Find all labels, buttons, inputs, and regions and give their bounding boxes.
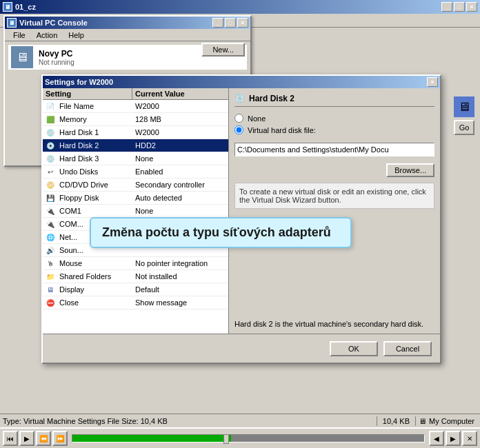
row-value-floppy: Auto detected: [132, 193, 228, 203]
settings-close-btn[interactable]: ×: [427, 77, 438, 87]
row-name-memory: Memory: [58, 114, 132, 124]
memory-icon: 🟩: [44, 113, 57, 125]
settings-footer: OK Cancel: [43, 334, 440, 363]
com2-icon: 🔌: [44, 218, 57, 230]
mouse-icon: 🖱: [44, 257, 57, 269]
hd3-icon: 💿: [44, 152, 57, 165]
toolbar-rewind[interactable]: ⏪: [36, 431, 51, 446]
vpc-menu-file[interactable]: File: [8, 30, 31, 41]
row-name-com1: COM1: [58, 206, 132, 216]
settings-row-close[interactable]: ⛔ Close Show message: [43, 296, 228, 309]
radio-none[interactable]: [234, 114, 243, 123]
vm-status: Not running: [39, 59, 244, 66]
hd1-icon: 💿: [44, 126, 57, 139]
cancel-button[interactable]: Cancel: [383, 341, 432, 356]
row-value-hd2: HDD2: [132, 141, 228, 150]
radio-vhd-label: Virtual hard disk file:: [248, 126, 316, 134]
close-button[interactable]: ×: [466, 2, 477, 12]
settings-row-hd1[interactable]: 💿 Hard Disk 1 W2000: [43, 126, 228, 139]
row-name-close: Close: [58, 298, 132, 307]
outer-titlebar: 🖥 01_cz _ □ ×: [0, 0, 480, 14]
computer-icon: 🖥: [419, 417, 426, 425]
settings-list: Setting Current Value 📄 File Name W2000 …: [43, 88, 229, 334]
radio-none-row[interactable]: None: [234, 114, 434, 123]
outer-window-title: 01_cz: [15, 3, 441, 11]
row-value-folders: Not installed: [132, 272, 228, 281]
row-value-memory: 128 MB: [132, 114, 228, 124]
settings-titlebar: Settings for W2000 ×: [43, 76, 440, 88]
row-value-filename: W2000: [132, 101, 228, 111]
settings-row-hd2[interactable]: 💿 Hard Disk 2 HDD2: [43, 139, 228, 152]
progress-thumb: [223, 434, 229, 444]
progress-bar-container[interactable]: [72, 434, 425, 442]
bottom-desc: Hard disk 2 is the virtual machine's sec…: [234, 317, 434, 328]
tooltip-callout: Změna počtu a typu síťových adapterů: [90, 217, 352, 248]
radio-vhd[interactable]: [234, 125, 243, 134]
computer-label: My Computer: [429, 417, 474, 425]
vpc-close[interactable]: ×: [237, 18, 248, 28]
toolbar-prev[interactable]: ◀: [429, 431, 444, 446]
vpc-menu-action[interactable]: Action: [31, 30, 63, 41]
undo-icon: ↩: [44, 165, 57, 178]
vpc-maximize[interactable]: □: [225, 18, 236, 28]
status-bar: Type: Virtual Machine Settings File Size…: [0, 414, 480, 427]
settings-row-hd3[interactable]: 💿 Hard Disk 3 None: [43, 152, 228, 165]
row-value-sound: [132, 250, 228, 251]
settings-row-filename[interactable]: 📄 File Name W2000: [43, 100, 228, 113]
row-name-filename: File Name: [58, 101, 132, 111]
row-name-display: Display: [58, 285, 132, 294]
wizard-desc: To create a new virtual disk or edit an …: [234, 183, 434, 209]
toolbar-next[interactable]: ▶: [446, 431, 461, 446]
titlebar-buttons: _ □ ×: [441, 2, 477, 12]
app-icon: 🖥: [3, 2, 12, 12]
settings-title: Settings for W2000: [45, 78, 427, 86]
status-size: 10,4 KB: [377, 417, 415, 425]
settings-row-undo[interactable]: ↩ Undo Disks Enabled: [43, 165, 228, 179]
toolbar-play[interactable]: ▶: [19, 431, 34, 446]
settings-row-cd[interactable]: 📀 CD/DVD Drive Secondary controller: [43, 179, 228, 192]
row-name-hd2: Hard Disk 2: [58, 141, 132, 150]
folder-icon: 📁: [44, 270, 57, 283]
radio-vhd-row[interactable]: Virtual hard disk file:: [234, 125, 434, 134]
row-value-mouse: No pointer integration: [132, 258, 228, 268]
vpc-minimize[interactable]: _: [212, 18, 223, 28]
toolbar-skip-back[interactable]: ⏮: [3, 431, 18, 446]
row-name-floppy: Floppy Disk: [58, 193, 132, 203]
row-value-display: Default: [132, 285, 228, 294]
file-icon: 📄: [44, 100, 57, 112]
go-button[interactable]: Go: [454, 120, 474, 135]
status-left: Type: Virtual Machine Settings File Size…: [3, 417, 377, 425]
vpc-menu-help[interactable]: Help: [63, 30, 90, 41]
row-value-hd3: None: [132, 154, 228, 163]
sound-icon: 🔊: [44, 244, 57, 256]
status-computer: 🖥 My Computer: [416, 417, 477, 425]
settings-row-folders[interactable]: 📁 Shared Folders Not installed: [43, 270, 228, 283]
minimize-button[interactable]: _: [441, 2, 452, 12]
hd2-title-icon: 💿: [234, 94, 245, 103]
settings-row-memory[interactable]: 🟩 Memory 128 MB: [43, 113, 228, 126]
hd2-title-text: Hard Disk 2: [249, 94, 294, 103]
path-row: [234, 141, 434, 158]
new-button[interactable]: New...: [201, 43, 245, 57]
settings-row-mouse[interactable]: 🖱 Mouse No pointer integration: [43, 257, 228, 270]
browse-button[interactable]: Browse...: [386, 163, 434, 177]
settings-row-com1[interactable]: 🔌 COM1 None: [43, 205, 228, 218]
vpc-menu-bar: File Action Help: [5, 29, 250, 41]
maximize-button[interactable]: □: [454, 2, 465, 12]
row-value-close: Show message: [132, 298, 228, 307]
path-input[interactable]: [234, 143, 434, 156]
go-panel: 🖥 Go: [454, 96, 474, 135]
toolbar-forward[interactable]: ⏩: [52, 431, 68, 446]
toolbar-stop[interactable]: ✕: [462, 431, 477, 446]
row-name-hd1: Hard Disk 1: [58, 128, 132, 137]
close-setting-icon: ⛔: [44, 296, 57, 309]
radio-none-label: None: [248, 114, 266, 123]
right-panel-title: 💿 Hard Disk 2: [234, 94, 434, 107]
settings-row-display[interactable]: 🖥 Display Default: [43, 283, 228, 296]
com1-icon: 🔌: [44, 205, 57, 217]
ok-button[interactable]: OK: [330, 341, 378, 356]
display-icon: 🖥: [44, 283, 57, 296]
row-value-hd1: W2000: [132, 128, 228, 137]
settings-row-floppy[interactable]: 💾 Floppy Disk Auto detected: [43, 192, 228, 205]
tooltip-text: Změna počtu a typu síťových adapterů: [102, 225, 331, 239]
